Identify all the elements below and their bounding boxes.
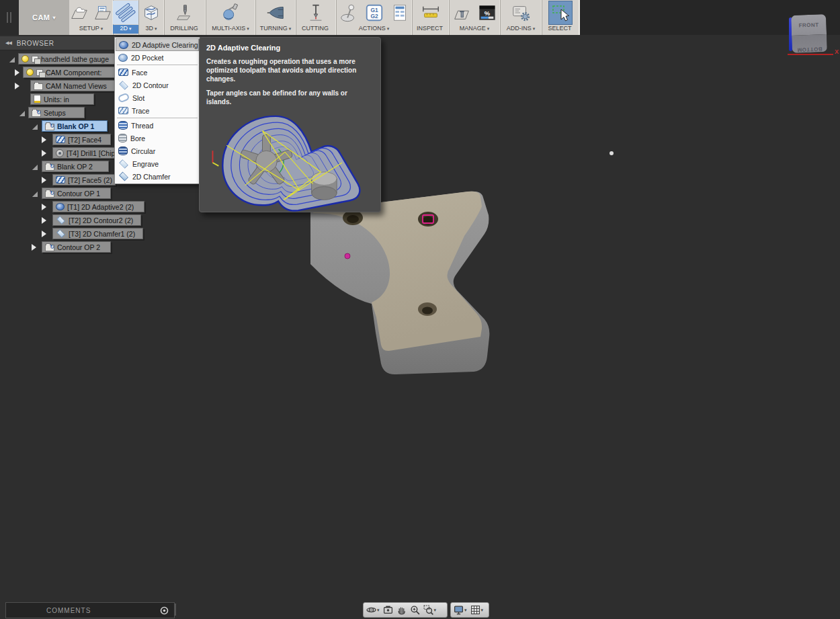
ribbon-tab-3d[interactable]: 3D▾ — [138, 25, 164, 34]
tooltip-toolpath-illustration — [206, 110, 373, 216]
visibility-bulb-icon[interactable] — [22, 55, 29, 63]
add-ins-button[interactable] — [509, 1, 532, 24]
2d-milling-button[interactable] — [114, 1, 137, 24]
component-icon — [32, 56, 38, 63]
collapse-arrow-icon[interactable] — [42, 177, 46, 183]
menu-item-slot[interactable]: Slot — [116, 91, 199, 104]
tree-node[interactable]: Units: in — [30, 93, 94, 105]
tree-node[interactable]: Blank OP 2 — [42, 161, 109, 172]
tree-node[interactable]: [T4] Drill1 [Chip — [52, 147, 120, 159]
comments-resize-handle[interactable] — [175, 604, 176, 616]
tree-node[interactable]: Setups — [28, 107, 85, 118]
orbit-button[interactable]: ▾ — [366, 604, 380, 616]
view-cube-face-front[interactable]: FRONT — [791, 14, 827, 36]
toolbar-grip[interactable] — [0, 0, 19, 35]
tree-node[interactable]: Contour OP 2 — [42, 241, 111, 253]
tree-node[interactable]: CAM Component: — [23, 67, 120, 78]
marker-icon[interactable] — [160, 606, 169, 615]
new-setup-button[interactable] — [69, 1, 90, 24]
tree-node[interactable]: [T1] 2D Adaptive2 (2) — [52, 201, 144, 212]
ribbon-tab-multi-axis[interactable]: MULTI-AXIS▾ — [206, 25, 255, 34]
ribbon-tab-drilling[interactable]: DRILLING — [164, 25, 206, 34]
collapse-arrow-icon[interactable] — [15, 69, 19, 76]
3d-milling-button[interactable] — [140, 1, 163, 24]
comments-bar[interactable]: COMMENTS — [5, 602, 175, 618]
collapse-arrow-icon[interactable] — [15, 83, 19, 89]
collapse-arrow-icon[interactable] — [42, 204, 46, 210]
ribbon-tab-cutting[interactable]: CUTTING — [296, 25, 336, 34]
turning-icon — [265, 3, 286, 23]
tree-node-label: Setups — [44, 109, 66, 117]
tree-node[interactable]: Contour OP 1 — [42, 188, 111, 199]
2d-milling-dropdown-menu: 2D Adaptive Clearing 2D Pocket Face 2D C… — [114, 37, 200, 184]
collapse-panel-icon[interactable]: ◀◀ — [5, 40, 11, 46]
ribbon-tab-manage[interactable]: MANAGE▾ — [449, 25, 500, 34]
look-at-button[interactable] — [382, 604, 394, 616]
grid-button[interactable]: ▾ — [470, 604, 485, 616]
window-zoom-icon — [423, 605, 433, 615]
chevron-down-icon: ▾ — [481, 608, 484, 613]
setup-sheet-icon — [390, 3, 410, 23]
ribbon-tab-2d[interactable]: 2D▾ — [113, 25, 138, 34]
multi-axis-button[interactable] — [219, 1, 242, 24]
menu-item-bore[interactable]: Bore — [116, 132, 199, 145]
window-zoom-button[interactable]: ▾ — [423, 604, 437, 616]
select-button[interactable] — [548, 1, 573, 25]
tool-library-icon — [452, 3, 472, 23]
ribbon-tab-inspect[interactable]: INSPECT — [412, 25, 449, 34]
post-library-button[interactable]: % — [476, 1, 499, 24]
ribbon-tab-select[interactable]: SELECT — [542, 25, 579, 34]
post-library-icon: % — [477, 3, 497, 23]
collapse-arrow-icon[interactable] — [42, 217, 46, 224]
menu-item-thread[interactable]: Thread — [116, 119, 199, 132]
tool-library-button[interactable] — [450, 1, 473, 24]
zoom-button[interactable] — [409, 604, 421, 616]
setup-sheet-button[interactable] — [388, 1, 411, 24]
simulate-button[interactable] — [337, 1, 360, 24]
expand-arrow-icon[interactable] — [32, 164, 38, 170]
ribbon-section-2d: 2D▾ — [113, 0, 139, 35]
menu-item-face[interactable]: Face — [116, 66, 199, 79]
tree-node[interactable]: handheld lathe gauge — [18, 53, 120, 65]
cutting-button[interactable] — [304, 1, 327, 24]
post-process-button[interactable]: G1G2 — [363, 1, 386, 24]
drilling-button[interactable] — [173, 1, 196, 24]
tree-node[interactable]: CAM Named Views — [30, 80, 118, 91]
menu-item-2d-adaptive-clearing[interactable]: 2D Adaptive Clearing — [116, 38, 199, 51]
view-cube[interactable]: FRONT BOTTOM X — [788, 15, 828, 52]
menu-item-2d-contour[interactable]: 2D Contour — [116, 79, 199, 91]
pan-button[interactable] — [396, 604, 407, 616]
menu-item-2d-chamfer[interactable]: 2D Chamfer — [116, 170, 199, 183]
visibility-bulb-icon[interactable] — [26, 69, 34, 76]
ribbon-tab-turning[interactable]: TURNING▾ — [255, 25, 296, 34]
menu-item-engrave[interactable]: Engrave — [116, 157, 199, 170]
expand-arrow-icon[interactable] — [32, 191, 38, 197]
tree-node[interactable]: [T3] 2D Chamfer1 (2) — [52, 228, 143, 239]
tree-node-selected[interactable]: Blank OP 1 — [42, 120, 108, 132]
menu-item-trace[interactable]: Trace — [116, 104, 199, 117]
collapse-arrow-icon[interactable] — [42, 150, 46, 157]
ribbon-tab-add-ins[interactable]: ADD-INS▾ — [500, 25, 542, 34]
tree-node[interactable]: [T2] Face4 — [52, 134, 111, 145]
tree-node[interactable]: [T2] 2D Contour2 (2) — [52, 214, 141, 226]
ribbon-tab-setup[interactable]: SETUP▾ — [69, 25, 113, 34]
collapse-arrow-icon[interactable] — [42, 136, 46, 143]
expand-arrow-icon[interactable] — [9, 56, 15, 63]
tree-node[interactable]: [T2] Face5 (2) — [52, 174, 116, 185]
measure-button[interactable] — [419, 1, 442, 24]
view-cube-face-bottom[interactable]: BOTTOM — [792, 34, 827, 53]
tree-node-label: [T2] Face4 — [68, 136, 101, 144]
menu-item-circular[interactable]: Circular — [116, 145, 199, 157]
turning-button[interactable] — [264, 1, 287, 24]
setup-from-file-button[interactable] — [93, 1, 114, 24]
workspace-switcher[interactable]: CAM ▾ — [19, 0, 69, 35]
display-settings-button[interactable]: ▾ — [453, 604, 468, 616]
expand-arrow-icon[interactable] — [32, 124, 38, 130]
new-setup-icon — [69, 3, 89, 23]
sketch-point[interactable] — [610, 151, 614, 155]
collapse-arrow-icon[interactable] — [42, 231, 46, 237]
expand-arrow-icon[interactable] — [19, 110, 25, 116]
ribbon-tab-actions[interactable]: ACTIONS▾ — [336, 25, 412, 34]
menu-item-2d-pocket[interactable]: 2D Pocket — [116, 51, 199, 64]
collapse-arrow-icon[interactable] — [32, 244, 36, 251]
